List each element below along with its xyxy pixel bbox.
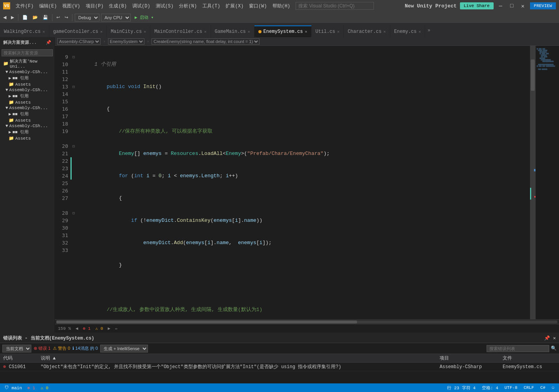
toolbar-forward[interactable]: ▶ — [9, 14, 16, 21]
sidebar-assembly-2[interactable]: ▼ Assembly-CSh... — [0, 87, 54, 93]
warning-filter-button[interactable]: ⚠ 警告 0 — [53, 345, 70, 351]
toolbar-redo[interactable]: ↪ — [63, 14, 70, 21]
tab-close-3[interactable]: ✕ — [204, 29, 207, 34]
menu-file[interactable]: 文件(F) — [13, 2, 36, 10]
method-dropdown[interactable]: CreateEnemy(string name, float delay, in… — [151, 38, 260, 45]
toolbar-back[interactable]: ◀ — [2, 14, 8, 21]
info-filter-button[interactable]: ℹ 14消息 的 0 — [72, 345, 97, 351]
class-dropdown[interactable]: EnemySystem — [108, 38, 144, 45]
sidebar-assembly-1[interactable]: ▼ Assembly-CSh... — [0, 69, 54, 75]
sidebar-pin-icon[interactable]: 📌 — [46, 40, 51, 45]
menu-extensions[interactable]: 扩展(X) — [223, 2, 246, 10]
status-encoding[interactable]: UTF-8 — [503, 385, 519, 390]
menu-test[interactable]: 测试(S) — [153, 2, 176, 10]
tab-close-5[interactable]: ✕ — [305, 29, 307, 34]
sidebar-ref-4[interactable]: ▶ ■■ 引用 — [0, 129, 54, 135]
tab-4[interactable]: GameMain.cs ✕ — [211, 25, 254, 37]
menu-tools[interactable]: 工具(T) — [200, 2, 223, 10]
sidebar-ref-2[interactable]: ▶ ■■ 引用 — [0, 93, 54, 99]
close-icon[interactable]: ✕ — [519, 3, 527, 9]
debug-mode-dropdown[interactable]: Debug — [75, 14, 99, 22]
error-count-nav[interactable]: ⊗ 1 — [83, 326, 91, 331]
table-row[interactable]: ⊗ CS1061 "Object"未包含"Init"的定义, 并且找不到接受第一… — [0, 363, 559, 371]
status-warnings[interactable]: ⚠ 0 — [39, 385, 50, 390]
sidebar-root[interactable]: 📁 解决方案'New Uni... — [0, 58, 54, 69]
collapse-line-20[interactable]: ⊟ — [70, 142, 77, 150]
tab-close-8[interactable]: ✕ — [418, 29, 421, 34]
preview-button[interactable]: PREVIEW — [530, 2, 556, 9]
cpu-target-dropdown[interactable]: Any CPU — [101, 14, 131, 22]
menu-build[interactable]: 生成(B) — [106, 2, 129, 10]
sidebar-ref-3[interactable]: ▶ ■■ 引用 — [0, 111, 54, 117]
col-code[interactable]: 代码 — [0, 354, 38, 363]
sidebar-assembly-4[interactable]: ▼ Assembly-CSh... — [0, 123, 54, 129]
tab-3[interactable]: MainController.cs ✕ — [150, 25, 211, 37]
tab-close-0[interactable]: ✕ — [43, 29, 45, 34]
code-editor[interactable]: 1 个引用 public void Init() { //保存所有种类敌人, 可… — [78, 46, 530, 319]
filter-scope-dropdown[interactable]: 当前文档 — [2, 345, 31, 352]
collapse-line-13[interactable]: ⊟ — [70, 83, 77, 90]
tab-overflow-button[interactable]: » — [425, 28, 433, 33]
minimize-icon[interactable]: — — [497, 3, 505, 9]
col-description[interactable]: 说明 ▲ — [38, 354, 436, 363]
tab-close-7[interactable]: ✕ — [384, 29, 386, 34]
collapse-line-9[interactable]: ⊟ — [70, 53, 77, 61]
toolbar-open[interactable]: 📂 — [31, 14, 40, 21]
tab-close-1[interactable]: ✕ — [100, 29, 103, 34]
nav-forward-btn[interactable]: ▶ — [108, 326, 110, 331]
status-feedback[interactable]: ☺ — [550, 385, 556, 390]
menu-view[interactable]: 视图(V) — [60, 2, 83, 10]
menu-edit[interactable]: 编辑(E) — [37, 2, 60, 10]
sidebar-assembly-3[interactable]: ▼ Assembly-CSh... — [0, 105, 54, 111]
status-errors[interactable]: ⊗ 1 — [26, 385, 37, 390]
tab-close-6[interactable]: ✕ — [337, 29, 339, 34]
menu-debug[interactable]: 调试(D) — [130, 2, 153, 10]
namespace-dropdown[interactable]: Assembly-CSharp — [57, 38, 101, 45]
sidebar-assets-1[interactable]: 📁 Assets — [0, 81, 54, 87]
menu-analyze[interactable]: 分析(N) — [177, 2, 199, 10]
tab-7[interactable]: Character.cs ✕ — [344, 25, 390, 37]
maximize-icon[interactable]: □ — [508, 3, 516, 9]
tab-1[interactable]: gameContoller.cs ✕ — [49, 25, 107, 37]
sidebar-header: 解决方案资源... 📌 — [0, 37, 54, 48]
menu-project[interactable]: 项目(P) — [83, 2, 106, 10]
run-button[interactable]: ▶ 启动 ▾ — [132, 14, 156, 21]
toolbar-undo[interactable]: ↩ — [55, 14, 61, 21]
tab-close-4[interactable]: ✕ — [248, 29, 250, 34]
scroll-thumb[interactable] — [531, 59, 535, 91]
panel-pin-icon[interactable]: 📌 — [544, 335, 550, 341]
col-project[interactable]: 项目 — [436, 354, 499, 363]
h-scrollbar-track[interactable] — [56, 320, 557, 324]
status-branch[interactable]: ⛉ main — [3, 385, 23, 390]
tab-8[interactable]: Enemy.cs ✕ — [390, 25, 426, 37]
sidebar-assets-2[interactable]: 📁 Assets — [0, 99, 54, 105]
error-filter-button[interactable]: ⊗ 错误 1 — [34, 345, 50, 351]
build-filter-dropdown[interactable]: 生成 + IntelliSense — [100, 345, 148, 352]
h-scrollbar-thumb[interactable] — [56, 320, 357, 324]
collapse-line-28[interactable]: ⊟ — [70, 209, 77, 217]
right-scrollbar[interactable] — [530, 46, 536, 319]
sidebar-assets-4[interactable]: 📁 Assets — [0, 135, 54, 141]
sidebar-assets-3[interactable]: 📁 Assets — [0, 117, 54, 123]
tab-0[interactable]: WalkingOrc.cs ✕ — [0, 25, 49, 37]
toolbar-save[interactable]: 💾 — [41, 14, 50, 21]
status-line-col[interactable]: 行 23 字符 4 — [445, 385, 477, 391]
col-file[interactable]: 文件 — [499, 354, 559, 363]
tab-close-2[interactable]: ✕ — [144, 29, 146, 34]
menu-window[interactable]: 窗口(W) — [247, 2, 269, 10]
global-search-input[interactable] — [296, 2, 374, 10]
error-search-input[interactable] — [487, 345, 549, 352]
tab-6[interactable]: Util.cs ✕ — [312, 25, 344, 37]
status-line-ending[interactable]: CRLF — [522, 385, 536, 390]
toolbar-new[interactable]: 📄 — [21, 14, 29, 21]
sidebar-search-input[interactable] — [2, 49, 53, 56]
panel-close-icon[interactable]: ✕ — [553, 335, 556, 341]
status-spaces[interactable]: 空格: 4 — [480, 385, 500, 391]
tab-5[interactable]: EnemySystem.cs ✕ — [254, 25, 312, 37]
menu-help[interactable]: 帮助(H) — [270, 2, 293, 10]
tab-2[interactable]: MainCity.cs ✕ — [107, 25, 150, 37]
warning-count-nav[interactable]: ⚠ 0 — [95, 326, 103, 331]
sidebar-ref-1[interactable]: ▶ ■■ 引用 — [0, 75, 54, 81]
live-share-button[interactable]: Live Share — [460, 2, 494, 9]
status-language[interactable]: C# — [539, 385, 547, 390]
